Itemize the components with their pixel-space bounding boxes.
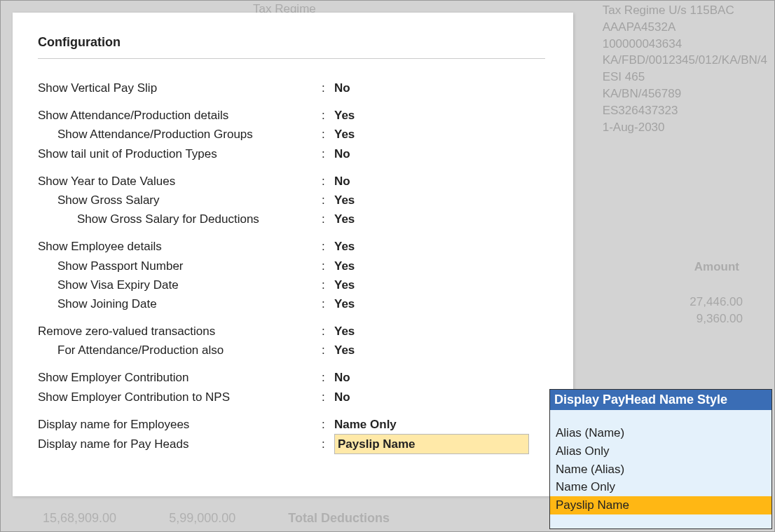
modal-title: Configuration [38,35,545,59]
config-row[interactable]: Show tail unit of Production Types:No [38,144,545,163]
config-value[interactable]: No [334,172,350,191]
bg-right-line: Tax Regime U/s 115BAC [603,2,767,19]
colon: : [322,172,334,191]
config-label: Show Vertical Pay Slip [38,79,322,97]
colon: : [322,275,334,294]
config-label: Show Visa Expiry Date [38,275,322,294]
colon: : [322,79,334,97]
config-label: For Attendance/Production also [38,341,322,360]
colon: : [322,368,334,387]
config-label: Display name for Employees [38,415,322,434]
config-row[interactable]: Show Gross Salary for Deductions:Yes [38,210,545,229]
bg-right-block: Tax Regime U/s 115BAC AAAPA4532A 1000000… [603,2,767,135]
config-row[interactable]: Show Employee details:Yes [38,237,545,256]
config-value[interactable]: No [334,79,350,97]
config-label: Show Joining Date [38,294,322,313]
popup-title: Display PayHead Name Style [550,390,771,410]
colon: : [322,341,334,360]
config-row[interactable]: Show Attendance/Production details:Yes [38,106,545,125]
config-row[interactable]: Show Joining Date:Yes [38,294,545,313]
config-label: Show Gross Salary [38,191,322,210]
colon: : [322,106,334,125]
bg-amounts: 27,446.00 9,360.00 [690,294,743,327]
bg-amount-value: 27,446.00 [690,294,743,311]
config-label: Show Attendance/Production details [38,106,322,125]
config-row[interactable]: Show Attendance/Production Groups:Yes [38,125,545,144]
config-row[interactable]: Show Visa Expiry Date:Yes [38,275,545,294]
config-label: Show Gross Salary for Deductions [38,210,322,229]
config-row[interactable]: Show Year to Date Values:No [38,172,545,191]
config-value-input[interactable]: Payslip Name [334,434,529,454]
bg-bottom-b: 5,99,000.00 [169,511,235,525]
config-row[interactable]: Remove zero-valued transactions:Yes [38,322,545,341]
bg-right-line: ESI 465 [603,69,767,86]
config-row[interactable]: Show Vertical Pay Slip:No [38,79,545,97]
config-label: Show Passport Number [38,257,322,275]
bg-right-line: 1-Aug-2030 [603,119,767,136]
config-label: Show Employer Contribution to NPS [38,388,322,407]
colon: : [322,294,334,313]
bg-bottom-label: Total Deductions [288,511,390,525]
config-label: Remove zero-valued transactions [38,322,322,341]
colon: : [322,191,334,210]
bg-amount-value: 9,360.00 [690,311,743,327]
colon: : [322,210,334,229]
colon: : [322,415,334,434]
config-label: Show tail unit of Production Types [38,144,322,163]
colon: : [322,435,334,453]
bg-right-line: AAAPA4532A [603,19,767,36]
config-row[interactable]: Display name for Pay Heads:Payslip Name [38,434,545,454]
colon: : [322,257,334,275]
config-value[interactable]: Yes [334,257,355,275]
config-rows: Show Vertical Pay Slip:NoShow Attendance… [38,79,545,454]
config-row[interactable]: Display name for Employees:Name Only [38,415,545,434]
config-label: Show Employee details [38,237,322,256]
popup-item[interactable]: Name Only [550,478,771,496]
config-row[interactable]: Show Employer Contribution:No [38,368,545,387]
popup-item[interactable]: Alias Only [550,442,771,461]
colon: : [322,322,334,341]
config-row[interactable]: Show Employer Contribution to NPS:No [38,388,545,407]
config-value[interactable]: Yes [334,341,355,360]
bg-right-line: KA/BN/456789 [603,86,767,102]
bg-right-line: ES326437323 [603,102,767,119]
config-label: Show Attendance/Production Groups [38,125,322,144]
config-value[interactable]: No [334,144,350,163]
config-label: Show Year to Date Values [38,172,322,191]
popup-item[interactable]: Name (Alias) [550,461,771,479]
colon: : [322,144,334,163]
colon: : [322,125,334,144]
payhead-name-style-popup: Display PayHead Name Style Alias (Name)A… [549,389,772,529]
config-value[interactable]: No [334,368,350,387]
config-value[interactable]: No [334,388,350,407]
popup-item[interactable]: Payslip Name [550,496,771,514]
config-value[interactable]: Yes [334,191,355,210]
config-value[interactable]: Yes [334,210,355,229]
bg-bottom-row: 15,68,909.00 5,99,000.00 Total Deduction… [43,511,439,526]
config-row[interactable]: Show Passport Number:Yes [38,257,545,275]
configuration-panel: Configuration Show Vertical Pay Slip:NoS… [13,13,573,496]
config-row[interactable]: Show Gross Salary:Yes [38,191,545,210]
config-value[interactable]: Yes [334,275,355,294]
config-label: Display name for Pay Heads [38,435,322,453]
popup-item[interactable]: Alias (Name) [550,424,771,442]
config-label: Show Employer Contribution [38,368,322,387]
config-value[interactable]: Yes [334,322,355,341]
bg-right-line: KA/FBD/0012345/012/KA/BN/4 [603,52,767,69]
config-value[interactable]: Yes [334,237,355,256]
config-value[interactable]: Yes [334,106,355,125]
colon: : [322,237,334,256]
config-value[interactable]: Name Only [334,415,397,434]
config-row[interactable]: For Attendance/Production also:Yes [38,341,545,360]
colon: : [322,388,334,407]
config-value[interactable]: Yes [334,294,355,313]
bg-right-line: 100000043634 [603,36,767,53]
bg-bottom-a: 15,68,909.00 [43,511,116,525]
config-value[interactable]: Yes [334,125,355,144]
bg-amount-header: Amount [694,260,739,274]
